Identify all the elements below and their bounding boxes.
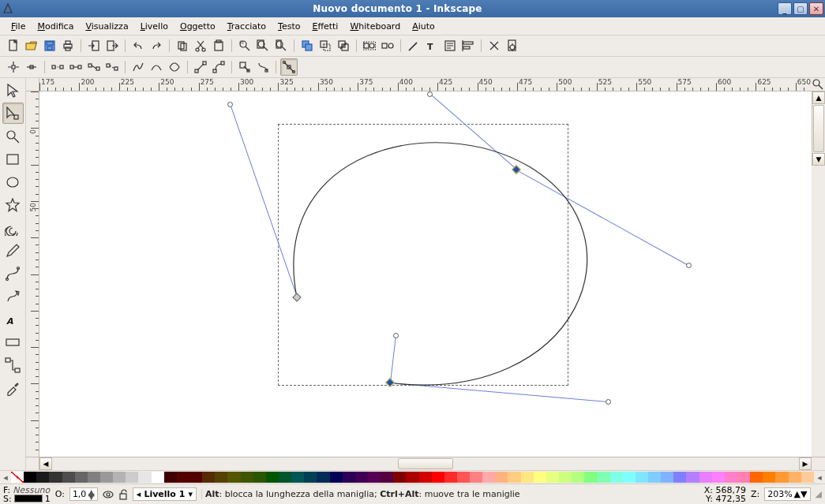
print-button[interactable] bbox=[59, 37, 77, 54]
palette-swatch[interactable] bbox=[355, 472, 368, 483]
menu-help[interactable]: Aiuto bbox=[407, 20, 440, 33]
tool-connector[interactable] bbox=[2, 354, 24, 375]
zoom-to-fit-icon[interactable] bbox=[812, 78, 825, 91]
palette-swatch[interactable] bbox=[725, 472, 737, 483]
canvas[interactable] bbox=[39, 91, 812, 457]
node-delete-segment-button[interactable] bbox=[103, 58, 121, 76]
palette-swatch[interactable] bbox=[572, 472, 584, 483]
tool-text[interactable]: A bbox=[2, 308, 24, 330]
group-button[interactable] bbox=[361, 37, 378, 54]
redo-button[interactable] bbox=[148, 37, 165, 54]
zoom-field[interactable]: 203% ▲▼ bbox=[764, 487, 810, 501]
palette-swatch[interactable] bbox=[623, 472, 636, 483]
palette-swatch[interactable] bbox=[49, 472, 62, 483]
window-minimize-button[interactable]: _ bbox=[778, 2, 792, 15]
scroll-right-button[interactable]: ▶ bbox=[799, 457, 812, 470]
palette-swatch[interactable] bbox=[534, 472, 546, 483]
menu-object[interactable]: Oggetto bbox=[175, 20, 220, 33]
palette-swatch[interactable] bbox=[138, 472, 151, 483]
palette-swatch[interactable] bbox=[457, 472, 470, 483]
palette-swatch[interactable] bbox=[317, 472, 329, 483]
tool-pencil[interactable] bbox=[2, 240, 24, 261]
palette-swatch[interactable] bbox=[610, 472, 623, 483]
fill-stroke-indicator[interactable]: F: Nessuno S: 1 bbox=[3, 486, 51, 503]
show-handles-toggle[interactable] bbox=[280, 58, 298, 76]
opacity-spinbox[interactable]: 1,0 ▲▼ bbox=[69, 487, 98, 501]
palette-prev-button[interactable]: ◂ bbox=[0, 472, 11, 483]
tool-ellipse[interactable] bbox=[2, 171, 24, 192]
palette-menu-button[interactable]: ◂ bbox=[814, 472, 825, 483]
zoom-page-button[interactable] bbox=[272, 37, 290, 54]
menu-effects[interactable]: Effetti bbox=[307, 20, 343, 33]
palette-swatch[interactable] bbox=[291, 472, 304, 483]
tool-zoom[interactable] bbox=[2, 125, 24, 147]
palette-swatch[interactable] bbox=[11, 472, 24, 483]
palette-swatch[interactable] bbox=[597, 472, 609, 483]
palette-swatch[interactable] bbox=[24, 472, 36, 483]
open-button[interactable] bbox=[23, 37, 40, 54]
object-to-path-button[interactable] bbox=[236, 58, 253, 76]
menu-view[interactable]: Visualizza bbox=[81, 20, 133, 33]
palette-swatch[interactable] bbox=[801, 472, 814, 483]
palette-swatch[interactable] bbox=[227, 472, 240, 483]
palette-swatch[interactable] bbox=[215, 472, 227, 483]
palette-swatch[interactable] bbox=[495, 472, 508, 483]
align-dialog-button[interactable] bbox=[459, 37, 477, 54]
menu-layer[interactable]: Livello bbox=[136, 20, 173, 33]
unlink-clone-button[interactable] bbox=[335, 37, 352, 54]
palette-swatch[interactable] bbox=[241, 472, 253, 483]
palette-swatch[interactable] bbox=[482, 472, 495, 483]
text-dialog-button[interactable]: T bbox=[423, 37, 441, 54]
menu-file[interactable]: File bbox=[6, 20, 30, 33]
preferences-button[interactable] bbox=[486, 37, 503, 54]
palette-swatch[interactable] bbox=[189, 472, 202, 483]
palette-swatch[interactable] bbox=[381, 472, 393, 483]
palette-swatch[interactable] bbox=[62, 472, 75, 483]
hscroll-thumb[interactable] bbox=[398, 458, 453, 469]
vscroll-thumb[interactable] bbox=[813, 105, 824, 152]
palette-swatch[interactable] bbox=[470, 472, 482, 483]
menu-whiteboard[interactable]: Whiteboard bbox=[345, 20, 405, 33]
export-button[interactable] bbox=[103, 37, 121, 54]
palette-swatch[interactable] bbox=[100, 472, 113, 483]
save-button[interactable] bbox=[41, 37, 58, 54]
doc-properties-button[interactable] bbox=[504, 37, 521, 54]
palette-swatch[interactable] bbox=[202, 472, 215, 483]
menu-text[interactable]: Testo bbox=[273, 20, 305, 33]
node-smooth-button[interactable] bbox=[148, 58, 165, 76]
duplicate-button[interactable] bbox=[298, 37, 316, 54]
node-handle[interactable] bbox=[227, 102, 233, 107]
palette-swatch[interactable] bbox=[775, 472, 788, 483]
horizontal-scrollbar[interactable]: ◀ ▶ bbox=[39, 457, 812, 470]
menu-edit[interactable]: Modifica bbox=[32, 20, 78, 33]
tool-calligraphy[interactable] bbox=[2, 286, 24, 307]
vertical-scrollbar[interactable]: ▲ ▼ bbox=[812, 91, 825, 166]
new-button[interactable] bbox=[5, 37, 22, 54]
node-delete-button[interactable] bbox=[23, 58, 40, 76]
palette-swatch[interactable] bbox=[661, 472, 673, 483]
palette-swatch[interactable] bbox=[406, 472, 418, 483]
palette-swatch[interactable] bbox=[636, 472, 648, 483]
tool-node[interactable] bbox=[2, 103, 24, 124]
paste-button[interactable] bbox=[210, 37, 227, 54]
palette-swatch[interactable] bbox=[508, 472, 520, 483]
window-close-button[interactable]: ✕ bbox=[809, 2, 823, 15]
palette-swatch[interactable] bbox=[88, 472, 100, 483]
color-palette[interactable] bbox=[11, 472, 814, 483]
palette-swatch[interactable] bbox=[686, 472, 699, 483]
palette-swatch[interactable] bbox=[164, 472, 177, 483]
node-handle[interactable] bbox=[393, 333, 399, 338]
cut-button[interactable] bbox=[192, 37, 209, 54]
layer-selector[interactable]: ◂Livello 1▾ bbox=[133, 487, 197, 501]
palette-swatch[interactable] bbox=[546, 472, 559, 483]
fill-stroke-button[interactable] bbox=[405, 37, 422, 54]
layer-visibility-icon[interactable] bbox=[103, 489, 114, 500]
palette-swatch[interactable] bbox=[750, 472, 763, 483]
node-cusp-button[interactable] bbox=[129, 58, 147, 76]
palette-swatch[interactable] bbox=[330, 472, 343, 483]
palette-swatch[interactable] bbox=[419, 472, 432, 483]
palette-swatch[interactable] bbox=[712, 472, 725, 483]
palette-swatch[interactable] bbox=[763, 472, 775, 483]
segment-line-button[interactable] bbox=[192, 58, 209, 76]
node-symmetric-button[interactable] bbox=[166, 58, 183, 76]
